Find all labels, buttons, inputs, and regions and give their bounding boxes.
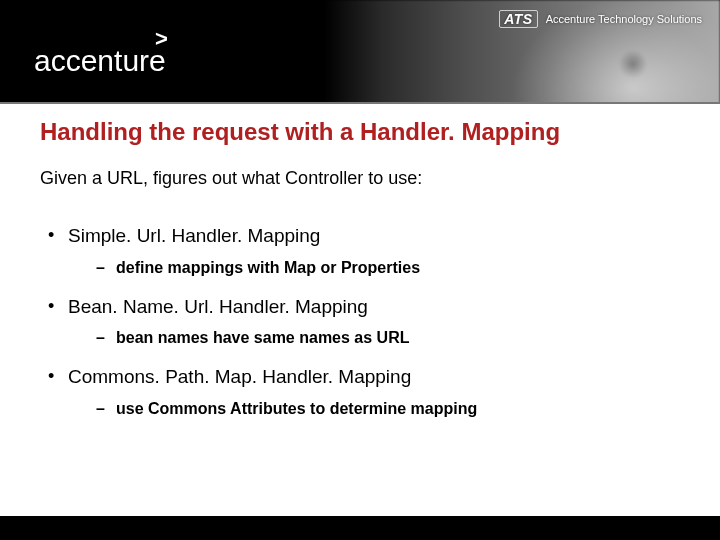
header-band: > accenture ATS Accenture Technology Sol… <box>0 0 720 104</box>
sub-list: define mappings with Map or Properties <box>68 256 680 280</box>
accenture-logo: > accenture <box>34 44 166 78</box>
sub-list: use Commons Attributes to determine mapp… <box>68 397 680 421</box>
bullet-item: Simple. Url. Handler. Mapping define map… <box>40 223 680 280</box>
bullet-text: Commons. Path. Map. Handler. Mapping <box>68 366 411 387</box>
bullet-item: Bean. Name. Url. Handler. Mapping bean n… <box>40 294 680 351</box>
header-divider <box>0 102 720 104</box>
sub-item: use Commons Attributes to determine mapp… <box>68 397 680 421</box>
sub-list: bean names have same names as URL <box>68 326 680 350</box>
bullet-item: Commons. Path. Map. Handler. Mapping use… <box>40 364 680 421</box>
slide-content: Handling the request with a Handler. Map… <box>40 118 680 435</box>
bullet-text: Simple. Url. Handler. Mapping <box>68 225 320 246</box>
ats-text: Accenture Technology Solutions <box>546 13 702 25</box>
slide: > accenture ATS Accenture Technology Sol… <box>0 0 720 540</box>
slide-title: Handling the request with a Handler. Map… <box>40 118 680 146</box>
bullet-list: Simple. Url. Handler. Mapping define map… <box>40 223 680 421</box>
chevron-icon: > <box>155 28 168 50</box>
sub-item: define mappings with Map or Properties <box>68 256 680 280</box>
footer-band <box>0 516 720 540</box>
bullet-text: Bean. Name. Url. Handler. Mapping <box>68 296 368 317</box>
ats-mark: ATS <box>499 10 537 28</box>
slide-intro: Given a URL, figures out what Controller… <box>40 168 680 189</box>
ats-badge: ATS Accenture Technology Solutions <box>499 10 702 28</box>
logo-wordmark: accenture <box>34 44 166 78</box>
sub-item: bean names have same names as URL <box>68 326 680 350</box>
